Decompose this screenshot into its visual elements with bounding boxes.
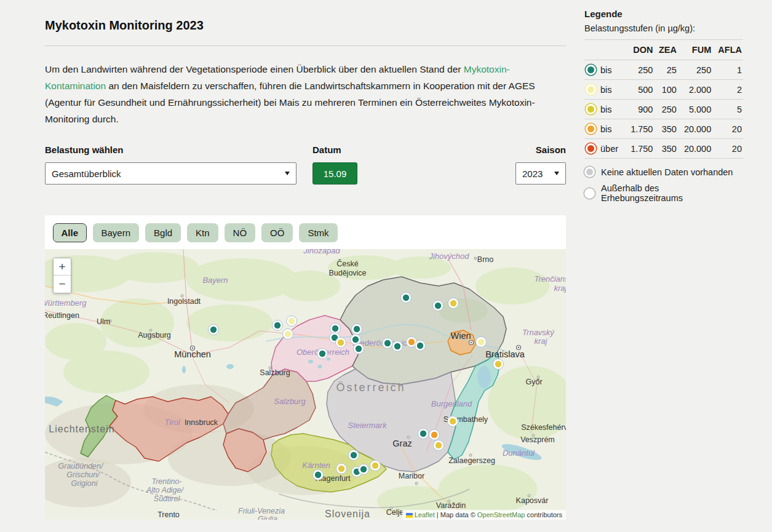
legend-row: bis1.75035020.00020 bbox=[584, 119, 743, 139]
tab-bayern[interactable]: Bayern bbox=[93, 223, 140, 242]
map-marker-l3[interactable] bbox=[493, 359, 504, 370]
leaflet-link[interactable]: Leaflet bbox=[415, 511, 435, 518]
map-marker-l3[interactable] bbox=[370, 461, 381, 471]
legend-subtitle: Belastungsstufen (in µg/kg): bbox=[584, 23, 743, 33]
map-marker-l1[interactable] bbox=[433, 301, 444, 311]
map-marker-l1[interactable] bbox=[354, 344, 364, 354]
map-marker-l1[interactable] bbox=[273, 320, 283, 331]
legend-row: über1.75035020.00020 bbox=[584, 139, 743, 159]
legend-extras: Keine aktuellen Daten vorhandenAußerhalb… bbox=[584, 158, 743, 206]
map-marker-l1[interactable] bbox=[351, 335, 361, 345]
tab-nö[interactable]: NÖ bbox=[225, 223, 256, 242]
map-marker-l1[interactable] bbox=[317, 349, 328, 359]
map-label: Reutlingen bbox=[45, 311, 79, 320]
map-zoom-control: + − bbox=[53, 258, 71, 293]
map-label: Trento bbox=[157, 510, 180, 519]
legend-value: 20 bbox=[712, 119, 743, 139]
map-label: Kaposvár bbox=[516, 496, 549, 505]
tab-bgld[interactable]: Bgld bbox=[145, 223, 181, 242]
legend-col-empty bbox=[584, 40, 625, 60]
map-marker-l2[interactable] bbox=[476, 337, 487, 347]
legend-level-icon bbox=[586, 104, 596, 114]
map-label: Innsbruck bbox=[185, 418, 218, 427]
map[interactable]: WürttembergReutlingenUlmAugsburgIngolsta… bbox=[45, 249, 566, 520]
map-label: Ingolstadt bbox=[167, 297, 201, 306]
legend-value: 100 bbox=[654, 80, 677, 100]
legend-title: Legende bbox=[584, 9, 743, 19]
map-label: Slovenija bbox=[325, 509, 370, 519]
map-marker-l2[interactable] bbox=[283, 329, 293, 339]
map-label: Tirol bbox=[164, 418, 180, 427]
map-label: Bratislava bbox=[485, 349, 525, 359]
map-marker-l1[interactable] bbox=[313, 470, 324, 480]
map-label: Burgenland bbox=[431, 399, 472, 408]
map-card: AlleBayernBgldKtnNÖOÖStmk bbox=[45, 215, 566, 520]
legend-value: 250 bbox=[678, 60, 712, 80]
zoom-out-button[interactable]: − bbox=[54, 276, 71, 293]
map-label: Székesfehérv bbox=[521, 423, 566, 432]
saison-select[interactable]: 2023 bbox=[515, 162, 566, 185]
map-label: Wien bbox=[450, 331, 471, 341]
map-marker-l1[interactable] bbox=[383, 338, 393, 349]
belastung-label: Belastung wählen bbox=[45, 145, 296, 155]
datum-button[interactable]: 15.09 bbox=[312, 162, 357, 185]
main-content: Mykotoxin Monitoring 2023 Um den Landwir… bbox=[45, 0, 566, 127]
legend-value: 250 bbox=[654, 100, 677, 119]
map-marker-l1[interactable] bbox=[418, 429, 429, 439]
filter-controls: Belastung wählen Gesamtüberblick Datum 1… bbox=[45, 145, 566, 188]
legend-value: 500 bbox=[625, 80, 654, 100]
map-label: Augsburg bbox=[138, 331, 171, 339]
openstreetmap-link[interactable]: OpenStreetMap bbox=[477, 511, 525, 518]
tab-oö[interactable]: OÖ bbox=[261, 223, 293, 242]
zoom-in-button[interactable]: + bbox=[54, 258, 71, 276]
legend-col-don: DON bbox=[625, 40, 654, 60]
legend-value: 1.750 bbox=[625, 119, 654, 139]
legend-level-icon bbox=[586, 143, 596, 154]
legend-col-zea: ZEA bbox=[654, 40, 677, 60]
map-marker-l1[interactable] bbox=[415, 341, 426, 351]
legend-level-icon bbox=[586, 124, 596, 134]
map-marker-l1[interactable] bbox=[330, 324, 341, 334]
map-label: Südtirol bbox=[154, 494, 181, 503]
map-label: kraj bbox=[554, 284, 566, 293]
legend-extra-row: Außerhalb des Erhebungszeitraums bbox=[584, 180, 743, 206]
map-label: Grigioni bbox=[71, 479, 98, 488]
legend-extra-icon bbox=[584, 188, 595, 199]
title-divider bbox=[45, 46, 566, 46]
legend-table-body: bis250252501bis5001002.0002bis9002505.00… bbox=[584, 60, 743, 159]
legend-value: 1 bbox=[712, 60, 743, 80]
map-label: Grischun/ bbox=[66, 470, 100, 479]
map-marker-l3[interactable] bbox=[448, 416, 458, 427]
map-marker-l2[interactable] bbox=[287, 316, 297, 327]
map-marker-l1[interactable] bbox=[349, 450, 359, 461]
map-marker-l1[interactable] bbox=[352, 324, 362, 335]
legend-col-afla: AFLA bbox=[712, 40, 743, 60]
map-marker-l3[interactable] bbox=[448, 298, 459, 309]
tab-alle[interactable]: Alle bbox=[53, 223, 87, 242]
intro-text-after: an den Maisfeldern zu verschaffen, führe… bbox=[45, 81, 535, 124]
map-marker-l3[interactable] bbox=[336, 464, 347, 474]
legend-row: bis250252501 bbox=[584, 60, 743, 80]
legend-col-fum: FUM bbox=[678, 40, 712, 60]
legend-value: 20.000 bbox=[678, 139, 712, 159]
legend-row: bis5001002.0002 bbox=[584, 80, 743, 100]
map-marker-l3[interactable] bbox=[336, 338, 346, 348]
legend-value: 20.000 bbox=[678, 119, 712, 139]
belastung-select[interactable]: Gesamtüberblick bbox=[45, 162, 296, 185]
legend-value: 5.000 bbox=[678, 100, 712, 119]
legend-level-icon bbox=[586, 65, 596, 75]
saison-selected-value: 2023 bbox=[522, 169, 543, 179]
tab-ktn[interactable]: Ktn bbox=[187, 223, 218, 242]
map-marker-l1[interactable] bbox=[401, 293, 412, 303]
map-label: Dunántúl bbox=[503, 448, 535, 458]
map-marker-l4[interactable] bbox=[429, 430, 440, 440]
legend-value: 5 bbox=[712, 100, 743, 119]
map-marker-l3[interactable] bbox=[434, 440, 444, 451]
map-marker-l1[interactable] bbox=[392, 341, 403, 352]
chevron-down-icon bbox=[285, 172, 290, 175]
map-marker-l1[interactable] bbox=[359, 464, 369, 475]
datum-group: Datum 15.09 bbox=[312, 145, 357, 185]
attribution-suffix: contributors bbox=[525, 511, 562, 518]
tab-stmk[interactable]: Stmk bbox=[299, 223, 337, 242]
map-marker-l1[interactable] bbox=[209, 325, 219, 335]
